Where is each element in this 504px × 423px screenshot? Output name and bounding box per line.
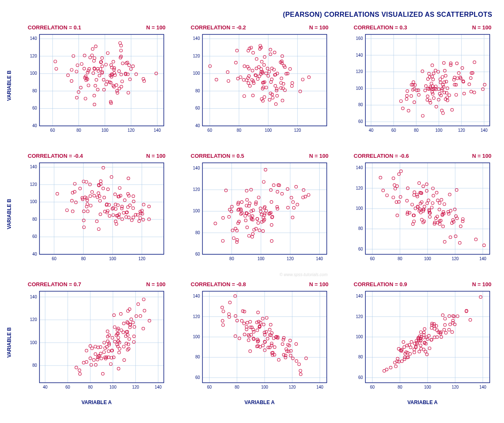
- svg-point-951: [269, 323, 272, 326]
- scatter-svg: 801001201406080100120140: [191, 161, 328, 263]
- svg-point-1014: [396, 360, 399, 363]
- scatter-svg: 6080100120140406080100120140: [28, 33, 165, 134]
- svg-point-638: [436, 199, 439, 202]
- svg-point-364: [455, 62, 458, 65]
- svg-point-712: [428, 215, 431, 218]
- svg-point-338: [470, 90, 472, 93]
- svg-point-920: [250, 333, 253, 336]
- svg-text:120: 120: [132, 385, 139, 389]
- svg-text:140: 140: [356, 294, 363, 298]
- svg-point-869: [262, 344, 265, 347]
- correlation-label: CORRELATION = 0.1: [28, 24, 81, 31]
- svg-text:80: 80: [358, 226, 363, 231]
- svg-point-943: [243, 310, 246, 313]
- svg-point-112: [92, 72, 95, 75]
- svg-point-49: [96, 88, 99, 91]
- svg-point-279: [455, 94, 458, 97]
- svg-point-408: [56, 192, 59, 195]
- n-label: N = 100: [146, 24, 165, 31]
- svg-point-541: [286, 206, 289, 209]
- svg-text:140: 140: [154, 128, 161, 133]
- svg-point-45: [91, 47, 94, 50]
- svg-point-40: [80, 63, 83, 65]
- svg-point-1022: [469, 319, 472, 321]
- svg-text:80: 80: [88, 385, 93, 389]
- svg-point-62: [116, 91, 119, 94]
- svg-point-999: [451, 331, 454, 334]
- svg-point-507: [264, 168, 267, 171]
- svg-point-169: [273, 51, 276, 54]
- svg-point-307: [468, 83, 471, 86]
- correlation-label: CORRELATION = -0.2: [191, 24, 246, 31]
- scatter-svg: 60801001201406080100120140: [354, 161, 491, 263]
- svg-point-86: [102, 78, 105, 81]
- svg-rect-142: [202, 34, 327, 126]
- svg-point-464: [127, 177, 130, 180]
- svg-point-324: [426, 95, 429, 98]
- svg-point-64: [72, 55, 75, 57]
- svg-point-768: [122, 322, 125, 325]
- svg-point-106: [119, 42, 122, 44]
- n-label: N = 100: [472, 24, 491, 31]
- svg-point-414: [142, 218, 145, 221]
- svg-text:140: 140: [480, 128, 488, 133]
- svg-point-240: [276, 94, 278, 97]
- svg-point-213: [269, 53, 272, 56]
- svg-text:80: 80: [195, 355, 200, 359]
- svg-text:120: 120: [458, 128, 465, 133]
- svg-point-46: [67, 74, 70, 77]
- scatter-panel: CORRELATION = -0.8N = 100VARIABLE A60801…: [171, 279, 331, 405]
- svg-point-266: [412, 81, 415, 84]
- svg-point-655: [443, 203, 446, 206]
- svg-point-937: [266, 337, 269, 340]
- svg-point-392: [71, 210, 74, 213]
- svg-point-1024: [413, 348, 416, 351]
- svg-point-542: [214, 222, 217, 225]
- svg-point-195: [270, 81, 273, 84]
- svg-point-31: [128, 64, 131, 67]
- svg-text:80: 80: [195, 230, 200, 235]
- svg-point-455: [89, 204, 92, 207]
- svg-text:100: 100: [30, 199, 37, 204]
- svg-point-98: [131, 65, 134, 68]
- svg-text:120: 120: [287, 256, 294, 261]
- svg-point-947: [234, 315, 237, 318]
- svg-point-571: [240, 201, 243, 204]
- svg-point-283: [405, 98, 408, 101]
- svg-point-271: [441, 76, 444, 78]
- svg-text:60: 60: [207, 385, 212, 389]
- svg-point-980: [448, 328, 451, 331]
- svg-text:120: 120: [356, 186, 363, 191]
- svg-point-628: [455, 188, 458, 191]
- svg-point-526: [228, 215, 231, 218]
- svg-text:140: 140: [356, 53, 363, 57]
- svg-point-209: [252, 94, 255, 97]
- svg-point-71: [118, 87, 121, 90]
- svg-point-101: [129, 68, 132, 70]
- svg-point-353: [428, 72, 430, 75]
- svg-point-508: [286, 188, 289, 191]
- svg-text:80: 80: [229, 256, 234, 261]
- svg-point-891: [261, 317, 264, 320]
- plot-area: 801001201406080100120140: [191, 161, 328, 263]
- svg-point-81: [121, 80, 123, 83]
- svg-point-56: [97, 70, 100, 73]
- svg-point-636: [440, 198, 443, 201]
- svg-rect-386: [39, 163, 164, 254]
- scatter-panel: CORRELATION = -0.4N = 100VARIABLE B60801…: [8, 151, 168, 277]
- svg-point-770: [128, 337, 131, 340]
- svg-point-285: [444, 74, 447, 77]
- svg-point-229: [252, 82, 255, 85]
- svg-point-550: [244, 214, 247, 217]
- svg-point-30: [101, 57, 104, 60]
- svg-point-892: [265, 330, 268, 333]
- svg-point-586: [270, 201, 273, 204]
- svg-point-631: [392, 196, 395, 199]
- svg-point-637: [412, 220, 415, 223]
- svg-point-596: [248, 202, 251, 205]
- svg-point-750: [113, 326, 116, 329]
- svg-text:80: 80: [398, 256, 403, 261]
- svg-point-297: [432, 72, 435, 75]
- svg-point-358: [413, 101, 416, 104]
- svg-point-570: [262, 230, 265, 232]
